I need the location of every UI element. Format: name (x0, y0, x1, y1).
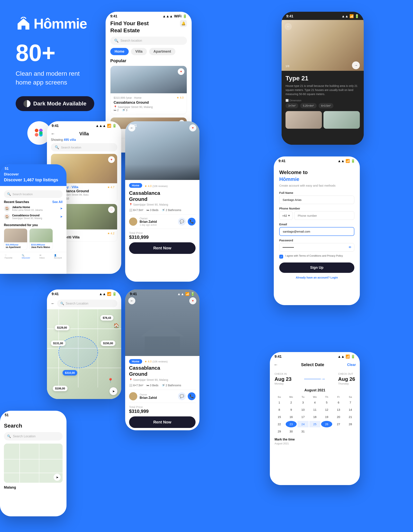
phone-input[interactable] (294, 211, 354, 220)
terms-text: I agree with Terms of Conditions and Pri… (285, 254, 343, 257)
cal-4[interactable]: 4 (309, 399, 320, 406)
logo-text: Hômmie (34, 16, 87, 32)
cal-7[interactable]: 7 (345, 399, 356, 406)
tab-apartment[interactable]: Apartment (149, 48, 175, 55)
tab-home[interactable]: Home (110, 48, 129, 55)
cal-25[interactable]: 25 (309, 421, 320, 427)
cal-29[interactable]: 29 (274, 428, 285, 435)
rec-card-1[interactable]: $10,444/year ss Apartment (4, 228, 27, 250)
cal-2[interactable]: 2 (286, 399, 297, 406)
cal-15[interactable]: 15 (274, 414, 285, 420)
message-btn[interactable]: 💬 (178, 218, 186, 226)
signup-button[interactable]: Sign Up (279, 263, 354, 273)
cal-30[interactable]: 30 (286, 428, 297, 435)
type21-back-btn[interactable]: ← (285, 23, 292, 30)
call-btn[interactable]: 📞 (188, 218, 196, 226)
detail2-owner-actions: 💬 📞 (178, 392, 196, 400)
map-pin-5[interactable]: $310,00 (63, 370, 77, 376)
brand-label: Hômmie (279, 176, 354, 182)
cal-19[interactable]: 19 (321, 414, 332, 420)
cal-13[interactable]: 13 (333, 407, 344, 413)
prop-price-1: $310,999 /year · Home (114, 96, 141, 100)
cal-grid-days: 1 2 3 4 5 6 7 8 9 10 11 12 13 14 15 16 1… (274, 399, 356, 435)
recent-item-1[interactable]: 🏠 Jakarta Home Kota Lama Street 10, Jaka… (4, 205, 63, 212)
main-search-bar[interactable]: 🔍 Search location (110, 37, 187, 45)
discover-search[interactable]: 🔍 Search location (4, 190, 63, 198)
detail2-msg-btn[interactable]: 💬 (178, 392, 186, 400)
discover-nav-inbox[interactable]: ✉Inbox (39, 254, 45, 259)
cal-10[interactable]: 10 (297, 407, 309, 413)
cal-24[interactable]: 24 (297, 421, 309, 427)
cal-28[interactable]: 28 (345, 421, 356, 427)
map-pin-2[interactable]: $129,00 (55, 325, 69, 330)
cal-23[interactable]: 23 (286, 421, 297, 427)
search-bar-bottom[interactable]: 🔍 Search Location (4, 432, 63, 440)
cal-9[interactable]: 9 (286, 407, 297, 413)
map-pin-3[interactable]: $131,00 (51, 341, 66, 346)
tab-villa[interactable]: Villa (131, 48, 147, 55)
recent-item-2[interactable]: 🏠 Cassablanca Ground Sawnijajar Street 9… (4, 214, 63, 220)
map-pin-4[interactable]: $150,00 (101, 341, 115, 346)
day-mo: Mo (286, 395, 297, 399)
password-input[interactable] (279, 243, 354, 252)
country-code[interactable]: +62 ▾ (279, 211, 293, 220)
rec-cards: $10,444/year ss Apartment $310,999/year … (0, 228, 66, 250)
type21-photo-1 (285, 111, 322, 129)
type21-next-btn[interactable]: → (352, 61, 360, 69)
cal-12[interactable]: 12 (321, 407, 332, 413)
rec-card-2[interactable]: $310,999/year Java Paris Maiso (29, 228, 53, 250)
cal-27[interactable]: 27 (333, 421, 344, 427)
cal-3[interactable]: 3 (297, 399, 309, 406)
map-pin-1[interactable]: $78,43 (100, 315, 113, 321)
cal-5[interactable]: 5 (321, 399, 332, 406)
detail-overlay (125, 164, 199, 180)
heart-villa-1[interactable]: ♥ (108, 156, 115, 163)
map-pin-6[interactable]: $106,00 (53, 386, 67, 391)
cal-8[interactable]: 8 (274, 407, 285, 413)
heart-icon-1[interactable]: ♥ (178, 68, 184, 75)
detail2-back-btn[interactable]: ← (128, 297, 135, 304)
cal-21[interactable]: 21 (345, 414, 356, 420)
notification-icon[interactable]: 🔔 (180, 20, 187, 27)
cal-17[interactable]: 17 (297, 414, 309, 420)
email-input[interactable] (279, 227, 354, 236)
cal-31[interactable]: 31 (297, 428, 309, 435)
villa-back-btn[interactable]: ← (51, 131, 55, 136)
cal-1[interactable]: 1 (274, 399, 285, 406)
login-link-btn[interactable]: Login (330, 276, 338, 279)
cal-11[interactable]: 11 (309, 407, 320, 413)
dark-mode-button[interactable]: Dark Mode Available (16, 96, 94, 111)
detail2-location: 📍 Sawnijajar Street 90, Malang (129, 378, 196, 381)
location-btn[interactable]: ➤ (110, 387, 117, 395)
detail2-call-btn[interactable]: 📞 (188, 392, 196, 400)
search-map-locate[interactable]: ➤ (54, 474, 61, 481)
terms-checkbox[interactable]: ✓ (279, 255, 283, 258)
detail2-rating: ★ 4.0 (106 reviews) (144, 360, 168, 363)
heart-villa-2[interactable]: ♡ (108, 206, 115, 213)
cal-20[interactable]: 20 (333, 414, 344, 420)
svg-marker-12 (141, 321, 184, 336)
discover-nav-favorite[interactable]: ♡Favorite (5, 254, 12, 259)
detail2-heart-btn[interactable]: ♥ (189, 297, 196, 304)
cal-16[interactable]: 16 (286, 414, 297, 420)
discover-nav-discover[interactable]: 🔍Discover (22, 254, 30, 259)
cal-18[interactable]: 18 (309, 414, 320, 420)
cal-22[interactable]: 22 (274, 421, 285, 427)
date-back-btn[interactable]: ← (274, 362, 278, 367)
villa-search[interactable]: 🔍 Search location (51, 143, 117, 151)
cal-6[interactable]: 6 (333, 399, 344, 406)
mark-time: Mark the time August 2021 (270, 435, 360, 448)
detail2-rent-btn[interactable]: Rent Now (129, 416, 196, 428)
cal-26[interactable]: 26 (321, 421, 332, 427)
rent-now-btn[interactable]: Rent Now (129, 242, 196, 254)
date-clear-btn[interactable]: Clear (347, 363, 356, 367)
cal-14[interactable]: 14 (345, 407, 356, 413)
discover-nav-account[interactable]: 👤Account (54, 254, 62, 259)
fullname-input[interactable] (279, 196, 354, 204)
map-search-bar[interactable]: 🔍 Search Location (57, 300, 117, 307)
map-back-btn[interactable]: ← (51, 301, 55, 306)
search-icon-map: 🔍 (60, 302, 64, 305)
property-card-1[interactable]: ♥ $310,999 /year · Home ★ 4.0 Cassablanc… (110, 66, 187, 114)
logo: Hômmie (16, 16, 94, 32)
eye-icon[interactable]: 👁 (348, 246, 352, 249)
